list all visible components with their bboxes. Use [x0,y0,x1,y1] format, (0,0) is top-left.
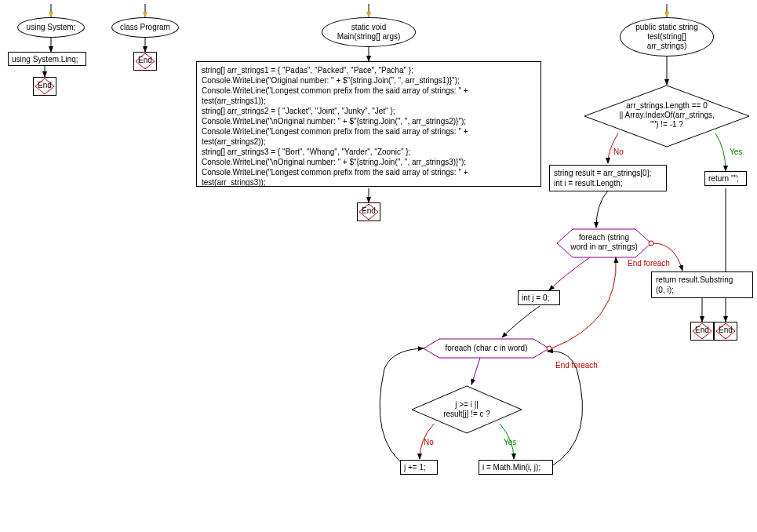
cond1-diamond: arr_strings.Length == 0 || Array.IndexOf… [604,101,730,129]
mathmin-rect: i = Math.Min(i, j); [479,460,553,475]
end-foreach-label-1: End foreach [628,259,670,268]
jplus-rect: j += 1; [400,460,438,475]
using-linq-rect: using System.Linq; [8,52,86,66]
init-rect: string result = arr_strings[0]; int i = … [549,165,667,191]
j0-rect: int j = 0; [518,290,560,305]
foreach2-hex: foreach (char c in word) [439,344,533,353]
yes-label-2: Yes [504,438,516,446]
class-program-ellipse: class Program [111,17,179,38]
no-label-1: No [613,148,624,156]
end-test: End [690,322,714,342]
main-body-rect: string[] arr_strings1 = { "Padas", "Pack… [196,61,541,187]
yes-label-1: Yes [730,148,742,156]
end-class: End [133,52,157,72]
no-label-2: No [424,438,434,446]
end-main: End [357,202,380,223]
end-return-empty: End [714,322,737,342]
cond2-diamond: j >= i || result[j] != c ? [431,400,502,419]
return-empty-rect: return ""; [704,171,747,186]
end-using: End [33,77,56,97]
return-substring-rect: return result.Substring (0, i); [651,271,753,298]
end-foreach-label-2: End foreach [555,361,598,370]
test-ellipse: public static string test(string[] arr_s… [620,17,714,56]
foreach1-hex: foreach (string word in arr_strings) [565,233,643,252]
using-system-ellipse: using System; [17,17,85,38]
main-ellipse: static void Main(string[] args) [322,17,416,47]
svg-point-16 [547,346,551,351]
svg-point-13 [649,241,653,246]
